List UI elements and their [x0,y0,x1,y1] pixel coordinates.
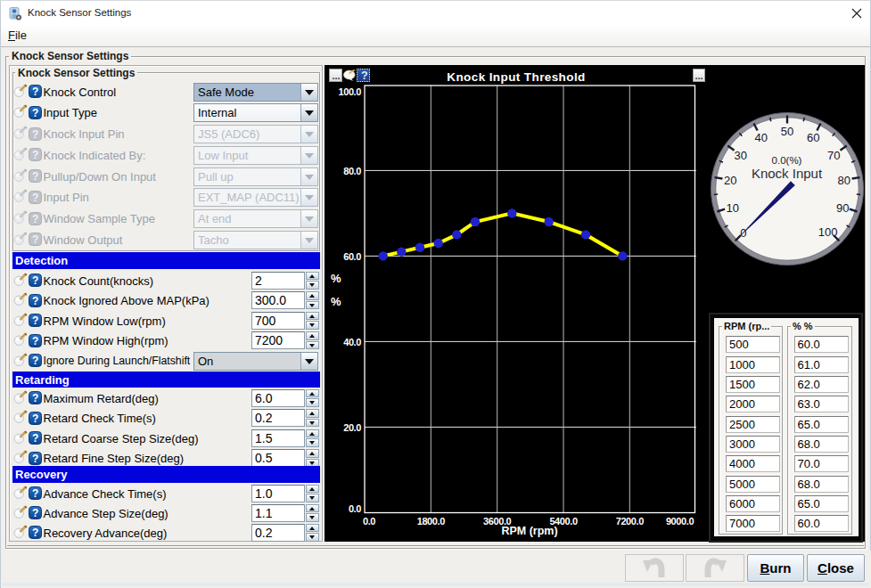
svg-text:9000.0: 9000.0 [666,516,694,527]
svg-text:90: 90 [836,201,849,215]
svg-text:RPM (rpm): RPM (rpm) [501,525,557,537]
svg-text:50: 50 [781,125,793,138]
svg-text:40: 40 [754,131,767,144]
svg-text:?: ? [31,527,37,539]
svg-text:80: 80 [837,174,850,187]
svg-text:0: 0 [740,226,746,240]
svg-text:?: ? [31,212,37,225]
svg-text:?: ? [31,233,37,246]
svg-text:?: ? [31,432,37,445]
svg-text:?: ? [31,170,37,183]
svg-text:100: 100 [818,225,838,239]
svg-text:0.0: 0.0 [349,503,361,514]
svg-text:?: ? [31,452,37,464]
svg-text:?: ? [31,294,37,306]
svg-text:60.0: 60.0 [343,251,361,262]
svg-text:1800.0: 1800.0 [417,516,446,527]
svg-text:7200.0: 7200.0 [616,516,645,527]
svg-text:%: % [331,272,341,285]
svg-text:Knock Input Threshold: Knock Input Threshold [447,70,585,84]
svg-text:20: 20 [724,174,736,187]
svg-text:?: ? [31,191,37,203]
svg-text:%: % [331,295,341,308]
svg-text:10: 10 [726,201,738,215]
svg-text:100.0: 100.0 [338,86,361,97]
svg-text:?: ? [31,106,37,118]
svg-text:?: ? [31,412,37,424]
svg-text:60: 60 [807,131,819,144]
svg-text:?: ? [31,507,37,519]
svg-text:?: ? [31,274,37,287]
svg-text:40.0: 40.0 [343,337,361,347]
svg-text:?: ? [31,487,37,500]
svg-text:0.0: 0.0 [363,516,375,527]
svg-text:?: ? [31,86,37,98]
svg-text:?: ? [31,314,37,327]
svg-text:?: ? [31,149,37,161]
svg-text:?: ? [31,355,37,367]
svg-text:?: ? [31,127,37,140]
svg-text:70: 70 [827,149,840,162]
svg-text:?: ? [31,392,37,404]
svg-text:Knock Input: Knock Input [752,166,823,181]
svg-text:20.0: 20.0 [343,422,361,433]
svg-text:80.0: 80.0 [343,166,361,176]
svg-text:0.0(%): 0.0(%) [772,155,802,166]
svg-text:30: 30 [735,149,747,162]
svg-text:?: ? [31,334,37,347]
